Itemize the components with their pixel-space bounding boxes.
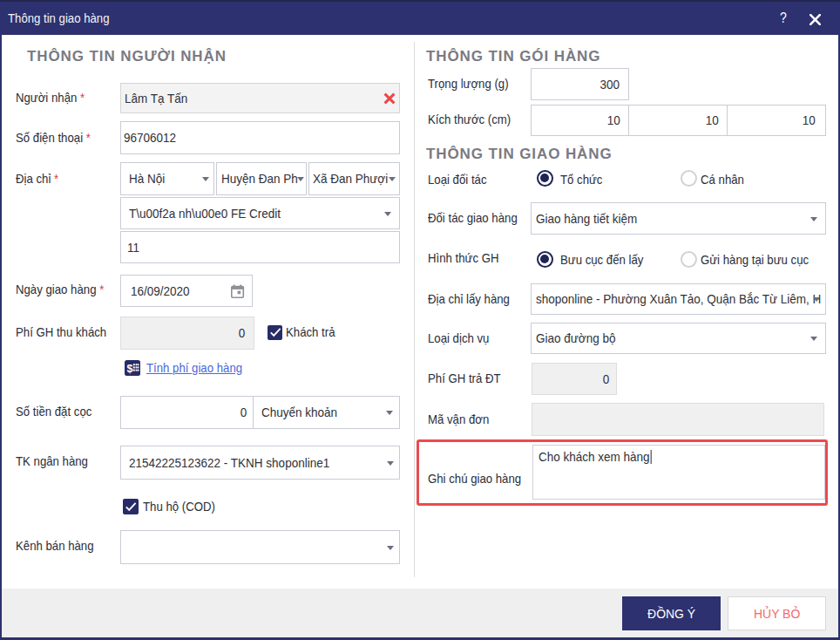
svg-text:$: $ <box>127 363 133 375</box>
